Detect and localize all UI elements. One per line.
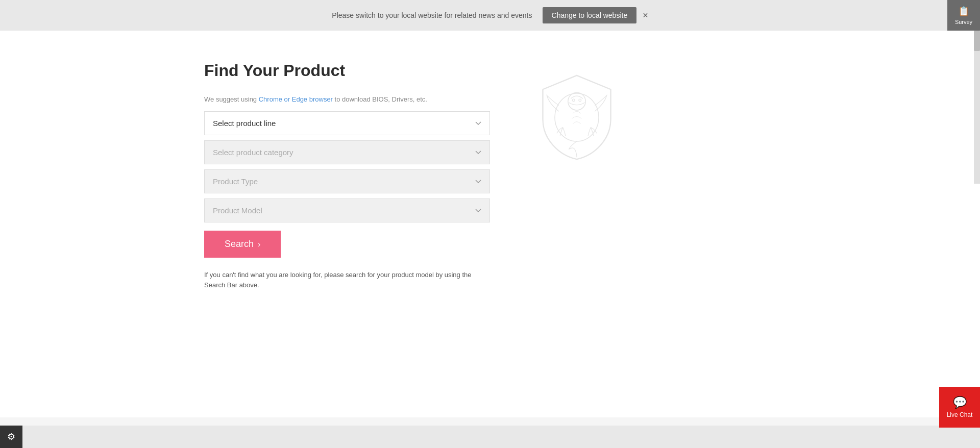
- notification-actions: Change to local website ×: [543, 7, 648, 23]
- msi-shield-logo: [531, 71, 623, 163]
- live-chat-label: Live Chat: [947, 411, 973, 418]
- scrollbar-thumb[interactable]: [974, 31, 980, 51]
- logo-section: [531, 61, 623, 163]
- suggestion-suffix: to download BIOS, Drivers, etc.: [333, 95, 427, 103]
- page-title: Find Your Product: [204, 61, 490, 80]
- form-section: Find Your Product We suggest using Chrom…: [204, 61, 490, 290]
- product-line-select[interactable]: Select product line: [204, 111, 490, 135]
- live-chat-icon: 💬: [953, 396, 967, 409]
- product-type-select[interactable]: Product Type: [204, 169, 490, 193]
- content-wrapper: Find Your Product We suggest using Chrom…: [184, 61, 796, 290]
- suggestion-browsers-link[interactable]: Chrome or Edge browser: [259, 95, 333, 103]
- notification-text: Please switch to your local website for …: [332, 11, 532, 19]
- cookie-settings-button[interactable]: ⚙: [0, 426, 22, 448]
- main-content: Find Your Product We suggest using Chrom…: [0, 31, 980, 417]
- help-text: If you can't find what you are looking f…: [204, 270, 490, 290]
- svg-point-2: [572, 99, 575, 102]
- survey-button[interactable]: 📋 Survey: [947, 0, 980, 31]
- scrollbar-track[interactable]: [974, 31, 980, 184]
- svg-point-3: [579, 99, 581, 102]
- search-button[interactable]: Search ›: [204, 231, 281, 258]
- survey-label: Survey: [955, 19, 972, 25]
- gear-icon: ⚙: [7, 431, 15, 442]
- product-line-container: Select product line: [204, 111, 490, 135]
- notification-bar: Please switch to your local website for …: [0, 0, 980, 31]
- suggestion-text: We suggest using Chrome or Edge browser …: [204, 95, 490, 103]
- search-label: Search: [225, 239, 254, 250]
- product-type-container: Product Type: [204, 169, 490, 193]
- product-category-container: Select product category: [204, 140, 490, 164]
- product-model-container: Product Model: [204, 198, 490, 222]
- close-notification-button[interactable]: ×: [643, 11, 648, 20]
- change-local-button[interactable]: Change to local website: [543, 7, 637, 23]
- svg-point-0: [555, 93, 599, 141]
- survey-icon: 📋: [958, 6, 969, 17]
- svg-point-1: [568, 92, 585, 110]
- suggestion-prefix: We suggest using: [204, 95, 259, 103]
- product-model-select[interactable]: Product Model: [204, 198, 490, 222]
- product-category-select[interactable]: Select product category: [204, 140, 490, 164]
- search-arrow-icon: ›: [258, 240, 260, 249]
- live-chat-button[interactable]: 💬 Live Chat: [939, 387, 980, 428]
- footer-bar: [0, 426, 980, 448]
